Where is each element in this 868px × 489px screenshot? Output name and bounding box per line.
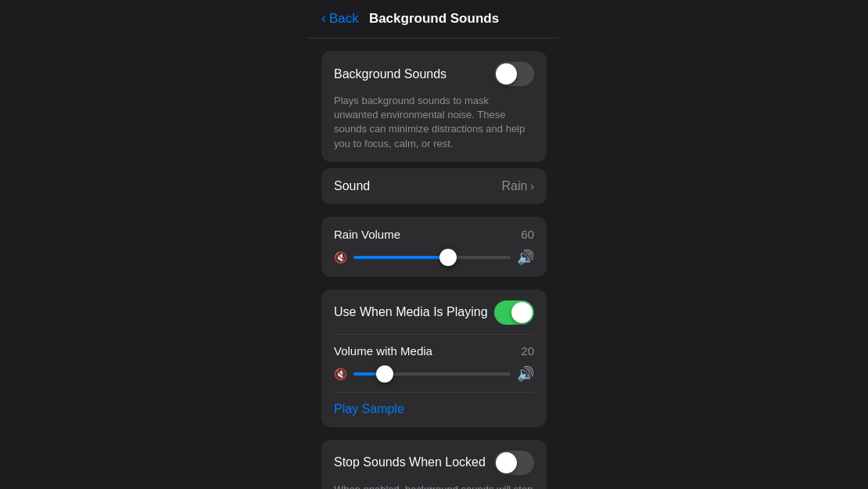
stop-when-locked-toggle[interactable] [494,451,534,475]
background-sounds-section: Background Sounds Plays background sound… [309,51,559,204]
rain-volume-card: Rain Volume 60 🔇 🔊 [321,217,547,277]
chevron-right-icon: › [530,180,534,192]
rain-volume-label: Rain Volume [334,228,400,241]
stop-when-locked-description: When enabled, background sounds will sto… [334,483,534,489]
use-when-media-section: Use When Media Is Playing Volume with Me… [309,289,559,427]
rain-slider-fill [353,256,448,259]
background-sounds-label: Background Sounds [334,67,447,81]
background-sounds-card: Background Sounds Plays background sound… [321,51,547,162]
background-sounds-toggle-knob [496,63,517,84]
rain-volume-label-row: Rain Volume 60 [334,228,534,241]
phone-container: ‹ Back Background Sounds Background Soun… [309,0,559,489]
use-when-media-toggle-knob [511,302,533,323]
stop-when-locked-toggle-knob [496,452,517,473]
stop-when-locked-toggle-row: Stop Sounds When Locked [334,451,534,475]
page-title: Background Sounds [369,11,499,27]
divider [334,334,534,335]
sound-label: Sound [334,179,370,193]
background-sounds-toggle[interactable] [494,62,534,86]
use-when-media-card: Use When Media Is Playing Volume with Me… [321,289,547,427]
volume-with-media-label: Volume with Media [334,344,432,358]
media-volume-high-icon: 🔊 [517,365,534,383]
divider-2 [334,392,534,393]
rain-volume-section: Rain Volume 60 🔇 🔊 [309,217,559,277]
back-label: Back [329,11,359,27]
media-slider-knob[interactable] [376,365,393,383]
volume-with-media-label-row: Volume with Media 20 [334,344,534,358]
rain-volume-value: 60 [521,228,534,241]
stop-when-locked-card: Stop Sounds When Locked When enabled, ba… [321,440,547,489]
back-chevron-icon: ‹ [321,10,326,27]
use-when-media-toggle-row: Use When Media Is Playing [334,300,534,325]
header: ‹ Back Background Sounds [309,0,559,38]
volume-with-media-value: 20 [521,344,534,358]
media-slider-row: 🔇 🔊 [334,365,534,383]
sound-value: Rain [501,179,527,193]
play-sample-button[interactable]: Play Sample [334,399,404,419]
stop-when-locked-label: Stop Sounds When Locked [334,455,486,469]
rain-slider-knob[interactable] [439,249,457,266]
volume-low-icon: 🔇 [334,251,347,264]
background-sounds-description: Plays background sounds to mask unwanted… [334,94,534,151]
rain-slider-track[interactable] [353,256,511,259]
volume-high-icon: 🔊 [517,249,534,266]
media-volume-low-icon: 🔇 [334,368,347,380]
rain-slider-row: 🔇 🔊 [334,249,534,266]
back-button[interactable]: ‹ Back [321,11,359,27]
use-when-media-toggle[interactable] [494,300,534,325]
sound-nav-row: Sound Rain › [334,179,534,193]
sound-row-card[interactable]: Sound Rain › [321,168,547,204]
sound-value-group: Rain › [501,179,534,193]
stop-when-locked-section: Stop Sounds When Locked When enabled, ba… [309,440,559,489]
use-when-media-label: Use When Media Is Playing [334,305,488,319]
background-sounds-toggle-row: Background Sounds [334,62,534,86]
media-slider-track[interactable] [353,372,511,376]
